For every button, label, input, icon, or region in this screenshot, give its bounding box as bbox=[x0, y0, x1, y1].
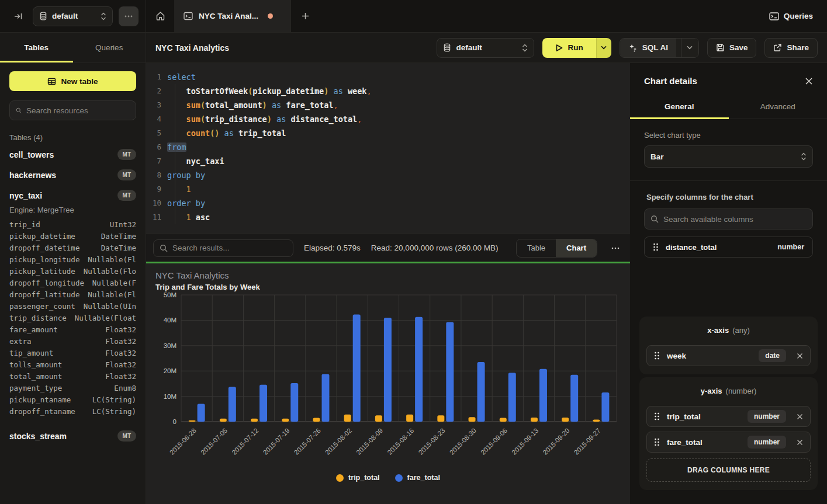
resource-search[interactable] bbox=[9, 100, 136, 120]
code-line[interactable]: 9 1 bbox=[146, 182, 630, 196]
sql-ai-options-button[interactable] bbox=[681, 39, 698, 57]
code-line[interactable]: 5 count() as trip_total bbox=[146, 126, 630, 140]
fare_total-bar[interactable] bbox=[477, 362, 485, 422]
view-toggle-chart[interactable]: Chart bbox=[556, 239, 597, 257]
fare_total-bar[interactable] bbox=[290, 383, 298, 422]
code-line[interactable]: 3 sum(total_amount) as fare_total, bbox=[146, 98, 630, 112]
trip_total-bar[interactable] bbox=[189, 420, 196, 422]
save-button[interactable]: Save bbox=[707, 38, 757, 58]
database-selector-value: default bbox=[52, 12, 96, 20]
fare_total-bar[interactable] bbox=[259, 385, 267, 422]
close-panel-button[interactable] bbox=[805, 77, 813, 85]
code-line[interactable]: 6from bbox=[146, 140, 630, 154]
chart-panel: NYC Taxi Analytics Trip and Fare Totals … bbox=[146, 262, 630, 504]
database-icon bbox=[39, 12, 47, 20]
chevron-updown-icon bbox=[801, 152, 807, 161]
fare_total-bar[interactable] bbox=[353, 314, 361, 422]
code-line[interactable]: 1select bbox=[146, 70, 630, 84]
fare_total-bar[interactable] bbox=[446, 322, 454, 422]
drop-zone[interactable]: DRAG COLUMNS HERE bbox=[646, 458, 811, 482]
run-button[interactable]: Run bbox=[542, 38, 596, 58]
axis-column-chip[interactable]: trip_totalnumber bbox=[646, 406, 811, 427]
trip_total-bar[interactable] bbox=[344, 415, 351, 422]
panel-tab-advanced[interactable]: Advanced bbox=[729, 95, 827, 119]
trip_total-bar[interactable] bbox=[282, 419, 289, 422]
remove-column-button[interactable] bbox=[797, 413, 803, 420]
trip_total-bar[interactable] bbox=[251, 419, 258, 422]
fare_total-bar[interactable] bbox=[570, 375, 578, 422]
available-column-chip[interactable]: distance_totalnumber bbox=[644, 237, 813, 258]
queries-link[interactable]: Queries bbox=[769, 0, 827, 32]
results-more-button[interactable] bbox=[608, 247, 623, 249]
sql-token: group by bbox=[167, 171, 205, 180]
table-row[interactable]: stocks_streamMT bbox=[9, 426, 136, 446]
resource-search-input[interactable] bbox=[26, 106, 130, 115]
table-row[interactable]: nyc_taxiMT bbox=[9, 185, 136, 206]
run-options-button[interactable] bbox=[596, 38, 611, 58]
results-search-input[interactable] bbox=[172, 244, 287, 252]
sql-token: pickup_datetime bbox=[252, 86, 324, 96]
engine-badge: MT bbox=[117, 430, 136, 442]
database-selector[interactable]: default bbox=[33, 6, 113, 26]
fare_total-bar[interactable] bbox=[415, 317, 423, 422]
view-toggle-table[interactable]: Table bbox=[517, 239, 556, 257]
home-button[interactable] bbox=[146, 0, 174, 32]
fare_total-bar[interactable] bbox=[601, 392, 609, 422]
columns-section-label: Specify columns for the chart bbox=[644, 193, 813, 201]
column-type: Float32 bbox=[105, 336, 136, 347]
sql-ai-button[interactable]: SQL AI bbox=[620, 39, 676, 57]
legend-item-trip_total[interactable]: trip_total bbox=[336, 474, 379, 482]
table-row[interactable]: cell_towersMT bbox=[9, 144, 136, 165]
line-number: 10 bbox=[146, 196, 167, 210]
code-line[interactable]: 11 1 asc bbox=[146, 210, 630, 224]
legend-item-fare_total[interactable]: fare_total bbox=[395, 474, 440, 482]
code-line[interactable]: 4 sum(trip_distance) as distance_total, bbox=[146, 112, 630, 126]
remove-column-button[interactable] bbox=[797, 439, 803, 446]
sql-editor[interactable]: 1select2 toStartOfWeek(pickup_datetime) … bbox=[146, 63, 630, 234]
code-line[interactable]: 8group by bbox=[146, 168, 630, 182]
axis-column-chip[interactable]: weekdate bbox=[646, 345, 811, 366]
sidebar-tab-tables[interactable]: Tables bbox=[0, 33, 73, 62]
fare_total-bar[interactable] bbox=[198, 404, 205, 422]
new-table-button[interactable]: New table bbox=[9, 71, 136, 91]
column-name: trip_id bbox=[9, 219, 40, 231]
trip_total-bar[interactable] bbox=[593, 420, 600, 422]
remove-column-button[interactable] bbox=[797, 353, 803, 359]
run-database-selector[interactable]: default bbox=[437, 38, 534, 58]
trip_total-bar[interactable] bbox=[220, 419, 227, 422]
code-line[interactable]: 7 nyc_taxi bbox=[146, 154, 630, 168]
trip_total-bar[interactable] bbox=[437, 415, 444, 422]
fare_total-bar[interactable] bbox=[229, 387, 236, 422]
column-search-input[interactable] bbox=[663, 215, 807, 224]
results-search[interactable] bbox=[153, 239, 293, 257]
share-button[interactable]: Share bbox=[764, 38, 818, 58]
axis-column-chip[interactable]: fare_totalnumber bbox=[646, 432, 811, 453]
fare_total-bar[interactable] bbox=[321, 374, 329, 422]
column-search[interactable] bbox=[644, 208, 813, 230]
trip_total-bar[interactable] bbox=[375, 415, 382, 422]
column-name: fare_amount bbox=[9, 324, 58, 336]
trip_total-bar[interactable] bbox=[500, 418, 507, 422]
sql-token: , bbox=[357, 114, 362, 124]
sql-token bbox=[167, 185, 186, 194]
code-line[interactable]: 10order by bbox=[146, 196, 630, 210]
trip_total-bar[interactable] bbox=[313, 418, 320, 422]
trip_total-bar[interactable] bbox=[469, 417, 476, 422]
sidebar-more-button[interactable] bbox=[119, 6, 139, 26]
tab-nyc-taxi-analytics[interactable]: NYC Taxi Anal... bbox=[174, 0, 291, 32]
collapse-sidebar-button[interactable] bbox=[9, 8, 27, 25]
fare_total-bar[interactable] bbox=[508, 373, 516, 422]
chart-type-selector[interactable]: Bar bbox=[644, 145, 813, 168]
fare_total-bar[interactable] bbox=[539, 369, 547, 422]
fare_total-bar[interactable] bbox=[384, 318, 392, 422]
code-text: toStartOfWeek(pickup_datetime) as week, bbox=[167, 84, 372, 98]
trip_total-bar[interactable] bbox=[562, 418, 569, 422]
new-tab-button[interactable] bbox=[291, 0, 319, 32]
table-row[interactable]: hackernewsMT bbox=[9, 165, 136, 185]
trip_total-bar[interactable] bbox=[531, 418, 538, 422]
sidebar-tab-queries[interactable]: Queries bbox=[73, 33, 146, 62]
code-line[interactable]: 2 toStartOfWeek(pickup_datetime) as week… bbox=[146, 84, 630, 98]
trip_total-bar[interactable] bbox=[406, 415, 413, 422]
chart-legend: trip_totalfare_total bbox=[146, 474, 630, 482]
panel-tab-general[interactable]: General bbox=[630, 95, 729, 119]
